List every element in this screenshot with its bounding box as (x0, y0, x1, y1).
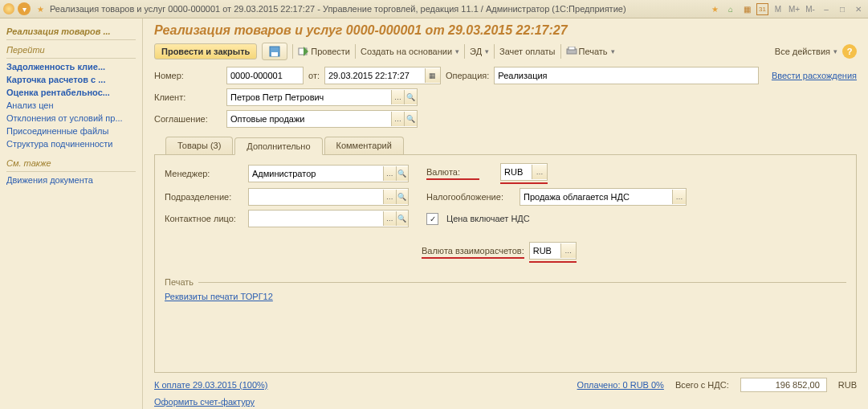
toolbar: Провести и закрыть Провести Создать на о… (154, 43, 857, 60)
create-based-button[interactable]: Создать на основании (361, 47, 459, 56)
app-icon (3, 3, 14, 14)
calc-icon[interactable]: ▦ (740, 2, 753, 15)
contact-input[interactable] (249, 211, 383, 226)
from-label: от: (308, 71, 320, 80)
ellipsis-icon[interactable]: … (532, 165, 547, 179)
search-icon[interactable]: 🔍 (404, 112, 417, 126)
total-currency: RUB (838, 380, 857, 390)
mplus-button[interactable]: M+ (788, 2, 801, 15)
ed-button[interactable]: ЭД (470, 47, 489, 56)
date-input-wrap: ▦ (324, 67, 441, 84)
settlement-currency-input[interactable] (530, 243, 560, 258)
total-label: Всего с НДС: (675, 380, 729, 390)
search-icon[interactable]: 🔍 (396, 190, 408, 204)
search-icon[interactable]: 🔍 (404, 90, 417, 104)
ellipsis-icon[interactable]: … (383, 190, 395, 204)
agreement-input[interactable] (227, 112, 391, 126)
currency-input[interactable] (501, 165, 532, 179)
paid-link[interactable]: Оплачено: 0 RUB 0% (577, 380, 664, 390)
agreement-input-wrap: …🔍 (226, 110, 418, 128)
department-input-wrap: …🔍 (248, 188, 409, 206)
main-area: Реализация товаров и услуг 0000-000001 о… (143, 18, 868, 409)
print-button[interactable]: Печать (566, 47, 615, 56)
sidebar-item[interactable]: Движения документа (6, 174, 136, 186)
price-vat-label: Цена включает НДС (446, 214, 530, 223)
ellipsis-icon[interactable]: … (391, 90, 404, 104)
window-title: Реализация товаров и услуг 0000-000001 о… (50, 4, 626, 14)
sidebar-item[interactable]: Отклонения от условий пр... (6, 112, 136, 125)
ellipsis-icon[interactable]: … (391, 112, 404, 126)
post-and-close-button[interactable]: Провести и закрыть (154, 43, 257, 59)
maximize-button[interactable]: □ (836, 2, 849, 15)
client-input[interactable] (227, 90, 391, 104)
settlement-currency-label: Валюта взаиморасчетов: (422, 246, 524, 256)
sidebar-main-title: Реализация товаров ... (6, 23, 136, 40)
tabs: Товары (3) Дополнительно Комментарий (154, 137, 857, 155)
invoice-link[interactable]: Оформить счет-фактуру (154, 397, 255, 407)
tax-input-wrap: … (520, 188, 687, 206)
department-input[interactable] (249, 190, 383, 204)
contact-label: Контактное лицо: (165, 214, 243, 223)
footer: К оплате 29.03.2015 (100%) Оплачено: 0 R… (154, 373, 857, 397)
all-actions-button[interactable]: Все действия (775, 47, 837, 56)
ellipsis-icon[interactable]: … (672, 190, 686, 204)
sidebar-item[interactable]: Задолженность клие... (6, 60, 136, 73)
number-label: Номер: (154, 71, 209, 80)
sidebar-nav-title: Перейти (6, 42, 136, 59)
operation-input[interactable] (495, 68, 758, 83)
minimize-button[interactable]: – (820, 2, 833, 15)
currency-label: Валюта: (426, 167, 479, 177)
home-icon[interactable]: ⌂ (724, 2, 737, 15)
search-icon[interactable]: 🔍 (396, 211, 408, 226)
tab-more[interactable]: Дополнительно (234, 137, 322, 155)
save-button[interactable] (262, 43, 287, 60)
ellipsis-icon[interactable]: … (383, 211, 395, 226)
svg-rect-1 (271, 52, 278, 56)
torg12-link[interactable]: Реквизиты печати ТОРГ12 (165, 292, 273, 301)
search-icon[interactable]: 🔍 (396, 166, 408, 181)
svg-rect-4 (568, 47, 575, 50)
sidebar-see-title: См. также (6, 155, 136, 172)
calendar-picker-icon[interactable]: ▦ (425, 68, 440, 83)
calendar-icon[interactable]: 31 (756, 3, 768, 15)
operation-input-wrap (494, 67, 759, 84)
sidebar: Реализация товаров ... Перейти Задолженн… (0, 18, 143, 409)
currency-input-wrap: … (500, 163, 548, 181)
print-section-title: Печать (165, 277, 194, 287)
star-icon[interactable]: ★ (34, 2, 47, 15)
manager-input-wrap: …🔍 (248, 165, 409, 182)
discrepancy-link[interactable]: Ввести расхождения (772, 71, 857, 80)
tax-input[interactable] (520, 190, 672, 204)
back-icon[interactable]: ▾ (18, 2, 31, 15)
mminus-button[interactable]: M- (804, 2, 817, 15)
sidebar-item[interactable]: Оценка рентабельнос... (6, 86, 136, 99)
operation-label: Операция: (446, 71, 489, 80)
department-label: Подразделение: (165, 192, 243, 202)
tab-body-more: Менеджер: …🔍 Валюта: … Подразделение: …🔍… (154, 155, 857, 373)
tax-label: Налогообложение: (426, 192, 515, 202)
offset-button[interactable]: Зачет оплаты (499, 47, 555, 56)
m-button[interactable]: M (772, 2, 784, 15)
sidebar-item[interactable]: Карточка расчетов с ... (6, 73, 136, 86)
ellipsis-icon[interactable]: … (560, 243, 576, 258)
tab-goods[interactable]: Товары (3) (165, 137, 233, 154)
manager-input[interactable] (249, 166, 383, 181)
price-vat-checkbox[interactable]: ✓ (426, 213, 438, 225)
sidebar-item[interactable]: Структура подчиненности (6, 137, 136, 150)
sidebar-item[interactable]: Присоединенные файлы (6, 125, 136, 137)
page-title: Реализация товаров и услуг 0000-000001 о… (154, 23, 857, 38)
total-value: 196 852,00 (740, 378, 827, 392)
fav-star-icon[interactable]: ★ (708, 2, 721, 15)
contact-input-wrap: …🔍 (248, 210, 409, 227)
manager-label: Менеджер: (165, 169, 243, 178)
post-button[interactable]: Провести (298, 46, 350, 57)
date-input[interactable] (325, 68, 425, 83)
print-section: Печать Реквизиты печати ТОРГ12 (165, 277, 846, 301)
ellipsis-icon[interactable]: … (383, 166, 395, 181)
to-pay-link[interactable]: К оплате 29.03.2015 (100%) (154, 380, 268, 390)
help-icon[interactable]: ? (842, 44, 857, 59)
tab-comment[interactable]: Комментарий (324, 137, 404, 154)
number-input[interactable] (227, 68, 303, 83)
sidebar-item[interactable]: Анализ цен (6, 99, 136, 112)
close-button[interactable]: ✕ (852, 2, 865, 15)
